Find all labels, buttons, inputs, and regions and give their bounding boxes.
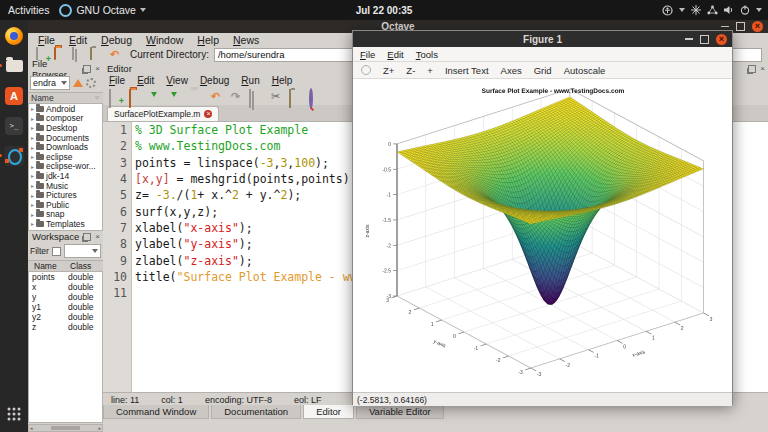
workspace-var-x[interactable]: xdouble bbox=[29, 282, 102, 292]
rotate-tool-icon[interactable] bbox=[361, 65, 371, 75]
line-number: 7 bbox=[103, 220, 131, 236]
close-panel-icon[interactable]: × bbox=[760, 66, 765, 72]
tree-item-snap[interactable]: ▸snap bbox=[29, 210, 102, 220]
cut-icon[interactable]: ✂ bbox=[269, 90, 282, 103]
editor-menu-debug[interactable]: Debug bbox=[200, 75, 229, 86]
code-token: "z-axis" bbox=[183, 254, 238, 268]
tree-item-downloads[interactable]: ▸Downloads bbox=[29, 142, 102, 152]
undo-icon[interactable]: ↶ bbox=[209, 90, 222, 103]
find-icon[interactable] bbox=[309, 90, 322, 103]
workspace-columns[interactable]: NameClass bbox=[28, 260, 103, 272]
show-applications-icon[interactable] bbox=[2, 402, 26, 426]
save-icon[interactable] bbox=[149, 90, 162, 103]
close-button[interactable]: × bbox=[716, 34, 727, 45]
bottom-tab-variable-editor[interactable]: Variable Editor bbox=[356, 405, 444, 419]
dock-terminal-icon[interactable]: >_ bbox=[2, 114, 26, 138]
figure-tool-autoscale[interactable]: Autoscale bbox=[564, 65, 606, 76]
dock-octave-icon[interactable] bbox=[2, 144, 26, 168]
save-as-icon[interactable] bbox=[169, 90, 182, 103]
gear-icon[interactable] bbox=[86, 78, 96, 88]
code-token: "x-axis" bbox=[183, 221, 238, 235]
name-column-header[interactable]: Name bbox=[31, 93, 54, 103]
close-button[interactable]: × bbox=[752, 21, 763, 32]
menu-window[interactable]: Window bbox=[146, 34, 183, 46]
new-file-icon[interactable] bbox=[109, 90, 122, 103]
horizontal-scrollbar[interactable]: ◂▸ bbox=[28, 424, 103, 432]
copy-icon[interactable] bbox=[249, 90, 262, 103]
figure-tool-grid[interactable]: Grid bbox=[534, 65, 552, 76]
bottom-tab-documentation[interactable]: Documentation bbox=[211, 405, 301, 419]
workspace-var-y[interactable]: ydouble bbox=[29, 292, 102, 302]
print-icon[interactable] bbox=[189, 90, 202, 103]
tree-item-android[interactable]: ▸Android bbox=[29, 104, 102, 114]
undo-icon[interactable]: ↶ bbox=[108, 48, 121, 61]
undock-icon[interactable] bbox=[748, 65, 756, 73]
figure-tool-axes[interactable]: Axes bbox=[501, 65, 522, 76]
figure-tool--[interactable]: + bbox=[427, 65, 433, 76]
bottom-tab-editor[interactable]: Editor bbox=[303, 405, 354, 419]
figure-tool-z-[interactable]: Z+ bbox=[383, 65, 394, 76]
figure-menu-file[interactable]: File bbox=[360, 49, 375, 60]
filter-combo[interactable] bbox=[64, 244, 101, 258]
editor-menu-run[interactable]: Run bbox=[241, 75, 259, 86]
code-token: [x,y] bbox=[135, 172, 170, 186]
workspace-var-z[interactable]: zdouble bbox=[29, 322, 102, 332]
tree-item-documents[interactable]: ▸Documents bbox=[29, 133, 102, 143]
line-number: 6 bbox=[103, 204, 131, 220]
menu-file[interactable]: File bbox=[38, 34, 55, 46]
paste-icon[interactable] bbox=[90, 48, 103, 61]
dock-firefox-icon[interactable] bbox=[2, 24, 26, 48]
close-panel-icon[interactable]: × bbox=[95, 66, 100, 72]
tab-close-icon[interactable]: × bbox=[204, 110, 212, 118]
tree-item-eclipse-wor-[interactable]: ▸eclipse-wor... bbox=[29, 162, 102, 172]
minimize-button[interactable] bbox=[721, 26, 729, 28]
maximize-button[interactable] bbox=[736, 22, 745, 31]
close-panel-icon[interactable]: × bbox=[95, 234, 100, 240]
dock-ubuntu-software-icon[interactable]: A bbox=[2, 84, 26, 108]
code-token: + x.^ bbox=[197, 188, 232, 202]
tree-item-music[interactable]: ▸Music bbox=[29, 181, 102, 191]
dock-files-icon[interactable] bbox=[2, 54, 26, 78]
tree-item-composer[interactable]: ▸composer bbox=[29, 114, 102, 124]
line-number: 4 bbox=[103, 171, 131, 187]
surface-plot-canvas[interactable] bbox=[353, 79, 734, 392]
workspace-var-y2[interactable]: y2double bbox=[29, 312, 102, 322]
figure-menu-edit[interactable]: Edit bbox=[387, 49, 403, 60]
bottom-tab-command-window[interactable]: Command Window bbox=[103, 405, 209, 419]
editor-menu-edit[interactable]: Edit bbox=[137, 75, 154, 86]
editor-menu-help[interactable]: Help bbox=[272, 75, 293, 86]
editor-file-tab[interactable]: SurfacePlotExample.m × bbox=[107, 106, 219, 121]
figure-tool-z-[interactable]: Z- bbox=[406, 65, 415, 76]
editor-menu-file[interactable]: File bbox=[109, 75, 125, 86]
redo-icon[interactable]: ↷ bbox=[229, 90, 242, 103]
editor-menu-view[interactable]: View bbox=[166, 75, 188, 86]
tree-item-eclipse[interactable]: ▸eclipse bbox=[29, 152, 102, 162]
undock-icon[interactable] bbox=[83, 65, 91, 73]
open-file-icon[interactable] bbox=[129, 90, 142, 103]
figure-tool-insert-text[interactable]: Insert Text bbox=[445, 65, 489, 76]
sort-icon[interactable] bbox=[94, 96, 100, 100]
tree-item-jdk-14[interactable]: ▸jdk-14 bbox=[29, 171, 102, 181]
paste-icon[interactable] bbox=[289, 90, 302, 103]
menu-news[interactable]: News bbox=[233, 34, 259, 46]
menu-help[interactable]: Help bbox=[197, 34, 219, 46]
figure-toolbar: Z+Z-+Insert TextAxesGridAutoscale bbox=[353, 62, 732, 79]
filter-checkbox[interactable] bbox=[52, 247, 61, 256]
system-tray[interactable] bbox=[662, 0, 762, 20]
tree-item-public[interactable]: ▸Public bbox=[29, 200, 102, 210]
minimize-button[interactable] bbox=[685, 38, 693, 40]
workspace-var-points[interactable]: pointsdouble bbox=[29, 272, 102, 282]
figure-menu-tools[interactable]: Tools bbox=[416, 49, 438, 60]
clock[interactable]: Jul 22 00:35 bbox=[0, 5, 768, 16]
maximize-button[interactable] bbox=[700, 35, 709, 44]
up-directory-icon[interactable] bbox=[73, 79, 83, 87]
directory-combo[interactable]: endra bbox=[30, 76, 70, 90]
menu-debug[interactable]: Debug bbox=[101, 34, 132, 46]
workspace-var-y1[interactable]: y1double bbox=[29, 302, 102, 312]
tree-item-templates[interactable]: ▸Templates bbox=[29, 219, 102, 229]
tree-item-desktop[interactable]: ▸Desktop bbox=[29, 123, 102, 133]
tree-item-pictures[interactable]: ▸Pictures bbox=[29, 190, 102, 200]
menu-edit[interactable]: Edit bbox=[69, 34, 87, 46]
figure-titlebar[interactable]: Figure 1 × bbox=[353, 31, 732, 47]
undock-icon[interactable] bbox=[83, 233, 91, 241]
